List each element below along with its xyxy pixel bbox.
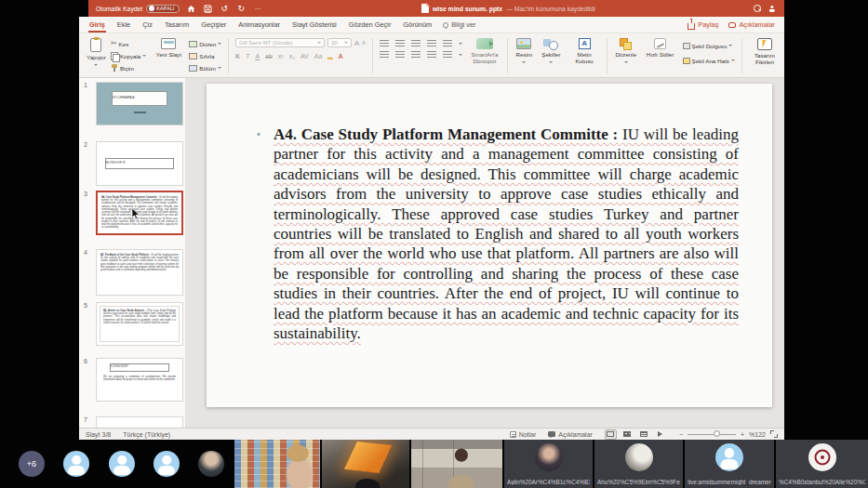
video-tile-1[interactable]: [234, 440, 320, 488]
video-tile-3[interactable]: [411, 440, 502, 488]
slide-thumbnail-6[interactable]: WHAT WE ARE DOING NOW? We are preparing …: [96, 358, 183, 402]
notes-button[interactable]: Notlar: [510, 431, 537, 438]
tab-slayt-gosterisi[interactable]: Slayt Gösterisi: [291, 19, 338, 31]
grow-font-button[interactable]: A: [354, 39, 359, 47]
participant-avatar-3[interactable]: [154, 451, 180, 477]
participant-tile-ahu[interactable]: Ahu%20%C5%9Eim%C5%9Fek: [594, 440, 683, 488]
tab-gorunum[interactable]: Görünüm: [402, 19, 433, 31]
slide-sorter-view-button[interactable]: [621, 429, 634, 440]
shrink-font-button[interactable]: A: [362, 40, 366, 46]
participant-avatar-2[interactable]: [109, 451, 135, 477]
normal-view-button[interactable]: [605, 429, 617, 440]
justify-button[interactable]: [427, 51, 436, 58]
account-icon[interactable]: [768, 4, 777, 13]
shapes-button[interactable]: Şekiller: [541, 36, 562, 75]
avatar-aylin: [535, 443, 563, 471]
share-button[interactable]: Paylaş: [688, 20, 718, 30]
zoom-slider-knob[interactable]: [714, 430, 720, 437]
design-ideas-button[interactable]: Tasarım Fikirleri: [749, 36, 781, 75]
video-tile-2[interactable]: [322, 440, 409, 488]
subscript-button[interactable]: x₂: [289, 53, 295, 59]
align-center-button[interactable]: [395, 51, 405, 58]
slide-thumbnail-1[interactable]: ISTANBUL UNIVERSITY-CERRAHPAŞA: [96, 82, 183, 125]
participant-avatar-1[interactable]: [63, 451, 89, 477]
highlight-button[interactable]: ▂: [327, 52, 332, 59]
shape-outline-button[interactable]: Şekil Ana Hattı: [683, 55, 736, 66]
decrease-indent-button[interactable]: [411, 40, 421, 46]
paste-button[interactable]: Yapıştır: [87, 36, 106, 75]
bold-button[interactable]: K: [235, 53, 240, 59]
font-color-button[interactable]: A: [339, 53, 343, 59]
slide-thumbnail-2[interactable]: IU'S RESPONSIBILITIES FOR YE: [96, 141, 183, 186]
participant-tile-aylin[interactable]: Aylin%20Ar%C4%B1c%C4%B1: [504, 440, 593, 488]
picture-button[interactable]: Resim: [514, 36, 534, 75]
tab-gecisler[interactable]: Geçişler: [200, 19, 227, 31]
section-button[interactable]: Bölüm: [189, 62, 221, 73]
align-right-button[interactable]: [411, 51, 421, 58]
reset-button[interactable]: Sıfırla: [189, 50, 221, 61]
align-left-button[interactable]: [380, 51, 389, 58]
doc-save-status[interactable]: — Mac'im konumuna kaydedildi: [506, 6, 595, 12]
character-spacing-button[interactable]: AV: [300, 53, 309, 59]
participant-tile-live[interactable]: live:amidsummernight_dreamer: [685, 440, 774, 488]
tab-animasyonlar[interactable]: Animasyonlar: [237, 19, 281, 31]
quick-styles-button[interactable]: Hızlı Stiller: [645, 36, 676, 75]
slide-paragraph[interactable]: A4. Case Study Platform Management Commi…: [274, 125, 739, 343]
line-spacing-button[interactable]: [443, 40, 452, 46]
numbered-list-button[interactable]: [395, 40, 405, 46]
italic-button[interactable]: T: [246, 53, 249, 59]
tab-gozden-gecir[interactable]: Gözden Geçir: [348, 19, 393, 31]
slide-canvas[interactable]: • A4. Case Study Platform Management Com…: [207, 84, 772, 407]
undo-icon[interactable]: ↺: [220, 4, 230, 14]
bullet-list-button[interactable]: [380, 40, 389, 46]
text-direction-button[interactable]: [443, 51, 452, 58]
change-case-button[interactable]: Aa: [314, 53, 323, 59]
layout-button[interactable]: Düzen: [189, 38, 221, 49]
tab-ciz[interactable]: Çiz: [141, 19, 154, 31]
more-commands-icon[interactable]: ⋯: [253, 4, 263, 14]
slide-thumbnail-7[interactable]: [96, 416, 183, 428]
slide-editor: • A4. Case Study Platform Management Com…: [186, 78, 784, 428]
zoom-out-button[interactable]: −: [679, 431, 683, 438]
more-participants-badge[interactable]: +6: [19, 451, 45, 477]
new-slide-button[interactable]: Yeni Slayt: [153, 36, 184, 75]
underline-button[interactable]: A: [255, 53, 260, 59]
zoom-level[interactable]: %122: [749, 431, 766, 438]
shape-fill-button[interactable]: Şekil Dolgusu: [683, 40, 736, 51]
font-size-combo[interactable]: 20: [327, 38, 352, 47]
slideshow-button[interactable]: [655, 429, 667, 440]
tab-tasarim[interactable]: Tasarım: [164, 19, 190, 31]
slide-thumbnail-panel[interactable]: 1 ISTANBUL UNIVERSITY-CERRAHPAŞA 2 IU'S …: [79, 78, 186, 428]
comments-button[interactable]: Açıklamalar: [728, 20, 775, 29]
autosave-switch[interactable]: KAPALI: [146, 5, 180, 13]
slide-thumbnail-5[interactable]: A6. Article on Case Study Analysis : (Th…: [96, 302, 183, 346]
text-box-button[interactable]: A Metin Kutusu: [568, 36, 600, 75]
increase-indent-button[interactable]: [427, 40, 436, 46]
tell-me-button[interactable]: Bilgi ver: [443, 20, 475, 29]
tab-giris[interactable]: Giriş: [88, 19, 106, 31]
redo-icon[interactable]: ↻: [236, 4, 247, 14]
slide-thumbnail-4[interactable]: A5. Feedback of the Case Study Platform …: [96, 249, 183, 296]
strikethrough-button[interactable]: ab: [265, 53, 273, 59]
copy-button[interactable]: Kopyala: [111, 50, 146, 61]
cut-button[interactable]: ✂ Kes: [111, 38, 146, 49]
smartart-convert-button[interactable]: SmartArt'a Dönüştür: [469, 36, 501, 75]
save-icon[interactable]: [203, 4, 213, 14]
arrange-button[interactable]: Düzenle: [614, 36, 638, 75]
format-painter-button[interactable]: Biçim: [111, 62, 146, 73]
font-name-combo[interactable]: Gill Sans MT (Gövde): [235, 38, 325, 47]
participant-tile-istanbul[interactable]: %C4%B0stanbul%20Aile%20%C3%...: [776, 440, 868, 488]
language-indicator[interactable]: Türkçe (Türkiye): [123, 431, 170, 438]
zoom-slider[interactable]: [688, 434, 736, 435]
fit-to-window-icon[interactable]: [770, 430, 778, 438]
tab-ekle[interactable]: Ekle: [116, 19, 131, 31]
home-icon[interactable]: [186, 4, 196, 14]
participant-avatar-photo[interactable]: [198, 451, 224, 477]
search-icon[interactable]: [754, 5, 761, 12]
reading-view-button[interactable]: [638, 429, 650, 440]
comments-pane-button[interactable]: Açıklamalar: [548, 431, 593, 438]
superscript-button[interactable]: x²: [278, 53, 284, 59]
autosave-toggle[interactable]: Otomatik Kaydet KAPALI: [96, 5, 180, 13]
zoom-in-button[interactable]: +: [741, 431, 744, 438]
slide-thumbnail-3-selected[interactable]: A4. Case Study Platform Management Commi…: [96, 191, 183, 235]
